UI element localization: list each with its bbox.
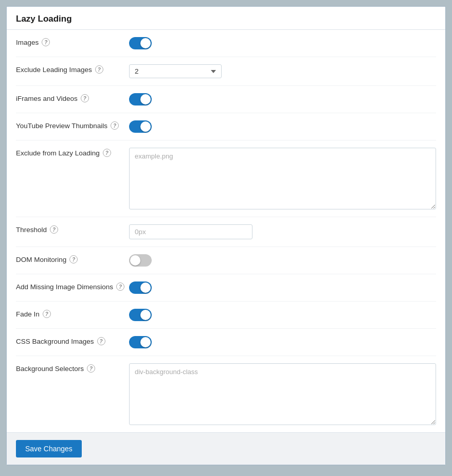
setting-row-bg-selectors: Background Selectors ? — [16, 356, 436, 432]
textarea-bg-selectors[interactable] — [129, 363, 436, 425]
toggle-track-dom — [129, 254, 152, 267]
toggle-track-image-dimensions — [129, 281, 152, 294]
help-icon-dom[interactable]: ? — [69, 255, 78, 263]
toggle-thumb-iframes — [140, 94, 151, 104]
label-group-css-bg: CSS Background Images ? — [16, 336, 129, 345]
page-title: Lazy Loading — [16, 14, 72, 24]
control-fade-in — [129, 309, 436, 321]
save-button[interactable]: Save Changes — [16, 440, 82, 457]
label-image-dimensions: Add Missing Image Dimensions — [16, 283, 113, 291]
toggle-dom[interactable] — [129, 254, 152, 267]
toggle-youtube[interactable] — [129, 120, 152, 133]
label-exclude-leading: Exclude Leading Images — [16, 66, 92, 74]
toggle-thumb-fade-in — [140, 310, 151, 320]
label-group-youtube: YouTube Preview Thumbnails ? — [16, 120, 129, 130]
toggle-thumb-images — [140, 38, 151, 48]
textarea-exclude-lazy[interactable] — [129, 148, 436, 209]
toggle-thumb-dom — [130, 255, 140, 266]
help-icon-bg-selectors[interactable]: ? — [87, 364, 95, 373]
toggle-fade-in[interactable] — [129, 309, 152, 321]
toggle-track-iframes — [129, 93, 152, 105]
label-youtube: YouTube Preview Thumbnails — [16, 122, 107, 130]
control-bg-selectors — [129, 363, 436, 425]
setting-row-exclude-lazy: Exclude from Lazy Loading ? — [16, 140, 436, 217]
help-icon-youtube[interactable]: ? — [111, 121, 119, 130]
label-exclude-lazy: Exclude from Lazy Loading — [16, 149, 100, 157]
label-bg-selectors: Background Selectors — [16, 365, 84, 373]
toggle-track-images — [129, 37, 152, 49]
toggle-css-bg[interactable] — [129, 336, 152, 348]
card-header: Lazy Loading — [7, 7, 445, 30]
setting-row-images: Images ? — [16, 30, 436, 57]
toggle-track-youtube — [129, 120, 152, 133]
control-exclude-lazy — [129, 148, 436, 209]
control-iframes — [129, 93, 436, 105]
control-image-dimensions — [129, 281, 436, 294]
select-exclude-leading[interactable]: 0 1 2 3 4 5 — [129, 64, 222, 78]
help-icon-exclude-lazy[interactable]: ? — [103, 149, 111, 157]
toggle-images[interactable] — [129, 37, 152, 49]
setting-row-fade-in: Fade In ? — [16, 302, 436, 329]
label-group-fade-in: Fade In ? — [16, 309, 129, 318]
help-icon-iframes[interactable]: ? — [81, 94, 89, 102]
help-icon-image-dimensions[interactable]: ? — [116, 283, 124, 291]
help-icon-threshold[interactable]: ? — [50, 225, 58, 234]
help-icon-fade-in[interactable]: ? — [43, 310, 51, 318]
control-youtube — [129, 120, 436, 133]
label-css-bg: CSS Background Images — [16, 338, 94, 345]
toggle-thumb-css-bg — [140, 337, 151, 347]
setting-row-youtube: YouTube Preview Thumbnails ? — [16, 113, 436, 140]
card-footer: Save Changes — [7, 432, 445, 465]
setting-row-image-dimensions: Add Missing Image Dimensions ? — [16, 274, 436, 302]
label-group-threshold: Threshold ? — [16, 224, 129, 234]
control-threshold — [129, 224, 436, 239]
settings-card: Lazy Loading Images ? — [6, 6, 446, 465]
input-threshold[interactable] — [129, 224, 252, 239]
setting-row-css-bg: CSS Background Images ? — [16, 329, 436, 356]
toggle-track-fade-in — [129, 309, 152, 321]
label-group-images: Images ? — [16, 37, 129, 46]
control-images — [129, 37, 436, 49]
label-iframes: iFrames and Videos — [16, 95, 78, 102]
help-icon-images[interactable]: ? — [42, 38, 50, 46]
toggle-thumb-youtube — [140, 121, 151, 132]
help-icon-css-bg[interactable]: ? — [97, 337, 105, 345]
label-group-bg-selectors: Background Selectors ? — [16, 363, 129, 373]
label-group-iframes: iFrames and Videos ? — [16, 93, 129, 102]
toggle-iframes[interactable] — [129, 93, 152, 105]
label-dom: DOM Monitoring — [16, 256, 66, 263]
card-body: Images ? Exclude Leading Images ? — [7, 30, 445, 432]
toggle-thumb-image-dimensions — [140, 283, 151, 293]
control-exclude-leading: 0 1 2 3 4 5 — [129, 64, 436, 78]
setting-row-threshold: Threshold ? — [16, 217, 436, 247]
toggle-image-dimensions[interactable] — [129, 281, 152, 294]
label-group-dom: DOM Monitoring ? — [16, 254, 129, 263]
control-css-bg — [129, 336, 436, 348]
setting-row-dom: DOM Monitoring ? — [16, 247, 436, 274]
setting-row-exclude-leading: Exclude Leading Images ? 0 1 2 3 4 5 — [16, 57, 436, 86]
setting-row-iframes: iFrames and Videos ? — [16, 86, 436, 113]
label-images: Images — [16, 39, 39, 46]
label-fade-in: Fade In — [16, 310, 40, 318]
label-threshold: Threshold — [16, 226, 47, 234]
label-group-image-dimensions: Add Missing Image Dimensions ? — [16, 281, 129, 291]
help-icon-exclude-leading[interactable]: ? — [95, 65, 103, 74]
toggle-track-css-bg — [129, 336, 152, 348]
label-group-exclude-leading: Exclude Leading Images ? — [16, 64, 129, 74]
label-group-exclude-lazy: Exclude from Lazy Loading ? — [16, 148, 129, 157]
control-dom — [129, 254, 436, 267]
page-wrapper: Lazy Loading Images ? — [0, 0, 452, 476]
